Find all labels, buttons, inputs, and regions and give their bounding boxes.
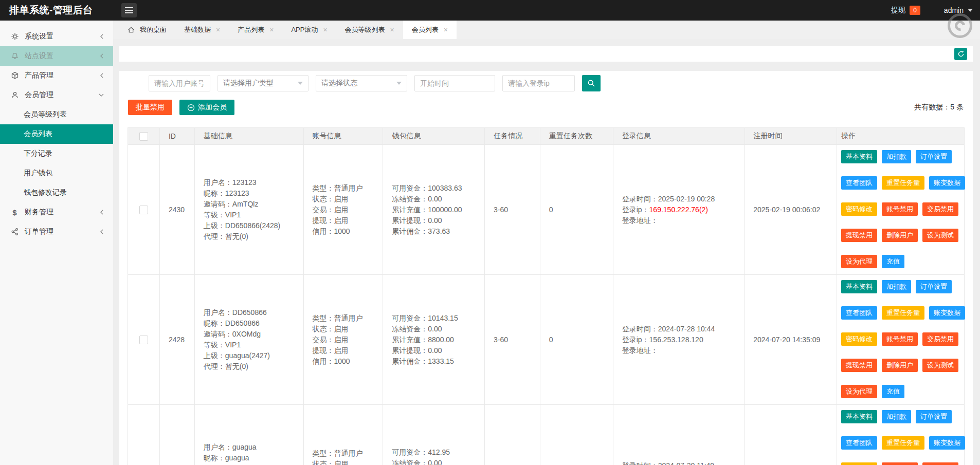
user-type-select[interactable]: 请选择用户类型 [217, 75, 308, 91]
tab-my-desktop[interactable]: 我的桌面 [119, 21, 175, 39]
change-password-button[interactable]: 密码修改 [841, 202, 877, 216]
cell-register-time: 2024-07-20 14:35:09 [745, 275, 837, 404]
disable-trade-button[interactable]: 交易禁用 [922, 202, 958, 216]
disable-withdraw-button[interactable]: 提现禁用 [841, 359, 877, 372]
column-register-time: 注册时间 [745, 128, 838, 144]
tab-label: APP滚动 [291, 25, 318, 34]
gear-icon [10, 32, 19, 41]
refresh-button[interactable] [954, 48, 967, 60]
batch-disable-button[interactable]: 批量禁用 [128, 100, 172, 115]
disable-account-button[interactable]: 账号禁用 [882, 202, 918, 216]
sidebar-subitem-label: 用户钱包 [24, 169, 52, 178]
add-deduct-button[interactable]: 加扣款 [882, 410, 911, 423]
disable-withdraw-button[interactable]: 提现禁用 [841, 229, 877, 242]
tab-member-level-list[interactable]: 会员等级列表× [336, 21, 403, 39]
account-input[interactable] [149, 75, 210, 91]
reset-task-button[interactable]: 重置任务量 [882, 176, 924, 190]
tab-member-list[interactable]: 会员列表× [403, 21, 457, 39]
filter-bar: 请选择用户类型 请选择状态 [119, 71, 973, 91]
sidebar-item-site-settings[interactable]: 站点设置 [0, 46, 113, 66]
sidebar-item-member-management[interactable]: 会员管理 [0, 85, 113, 105]
sidebar-item-user-wallet[interactable]: 用户钱包 [0, 163, 113, 183]
add-deduct-button[interactable]: 加扣款 [882, 150, 911, 163]
table-row: 2428 用户名：DD650866昵称：DD650866邀请码：0XOMdg等级… [128, 275, 965, 405]
orders-icon [10, 228, 19, 236]
sidebar-item-label: 系统设置 [25, 32, 53, 41]
user-icon [10, 91, 19, 100]
disable-account-button[interactable]: 账号禁用 [882, 462, 918, 465]
view-team-button[interactable]: 查看团队 [841, 436, 877, 450]
recharge-button[interactable]: 充值 [882, 255, 904, 268]
cell-actions: 基本资料 加扣款 订单设置 查看团队 重置任务量 账变数据 密码修改 账号禁用 … [841, 145, 965, 274]
close-icon[interactable]: × [216, 26, 220, 34]
home-icon [128, 26, 135, 33]
tab-label: 会员等级列表 [345, 25, 385, 34]
cell-basic-info: 用户名：guagua昵称：guagua邀请码：HO_PIV [204, 405, 259, 465]
withdraw-link[interactable]: 提现 [891, 6, 905, 15]
reset-task-button[interactable]: 重置任务量 [882, 306, 924, 320]
account-change-button[interactable]: 账变数据 [929, 176, 965, 190]
row-checkbox[interactable] [139, 336, 148, 344]
chevron-left-icon [99, 33, 105, 40]
add-member-button[interactable]: 添加会员 [179, 100, 234, 115]
cube-icon [10, 71, 19, 80]
recharge-button[interactable]: 充值 [882, 385, 904, 398]
sidebar-item-order-management[interactable]: 订单管理 [0, 222, 113, 241]
change-password-button[interactable]: 密码修改 [841, 332, 877, 346]
table-header: ID 基础信息 账号信息 钱包信息 任务情况 重置任务次数 登录信息 注册时间 … [128, 127, 965, 145]
basic-info-button[interactable]: 基本资料 [841, 280, 877, 293]
watermark-logo [948, 13, 972, 38]
order-settings-button[interactable]: 订单设置 [916, 410, 952, 423]
login-ip-input[interactable] [502, 75, 575, 91]
sidebar-item-member-level-list[interactable]: 会员等级列表 [0, 105, 113, 124]
status-select[interactable]: 请选择状态 [316, 75, 407, 91]
disable-account-button[interactable]: 账号禁用 [882, 332, 918, 346]
tab-basic-data[interactable]: 基础数据× [175, 21, 229, 39]
row-checkbox[interactable] [139, 206, 148, 214]
close-icon[interactable]: × [323, 26, 327, 34]
close-icon[interactable]: × [269, 26, 274, 34]
search-button[interactable] [582, 75, 601, 91]
reset-task-button[interactable]: 重置任务量 [882, 436, 924, 450]
basic-info-button[interactable]: 基本资料 [841, 410, 877, 423]
sidebar-item-finance-management[interactable]: $ 财务管理 [0, 202, 113, 222]
toolbar: 批量禁用 添加会员 共有数据：5 条 [128, 100, 964, 115]
disable-trade-button[interactable]: 交易禁用 [922, 332, 958, 346]
cell-login-info: 登录时间：2025-02-19 00:28 登录ip：169.150.222.7… [622, 145, 715, 274]
sidebar-item-system-settings[interactable]: 系统设置 [0, 27, 113, 46]
disable-trade-button[interactable]: 交易禁用 [922, 462, 958, 465]
table-row: 2430 用户名：123123昵称：123123邀请码：AmTQlz等级：VIP… [128, 145, 965, 275]
close-icon[interactable]: × [444, 26, 448, 34]
chevron-down-icon [968, 9, 973, 12]
sidebar-item-downscore-records[interactable]: 下分记录 [0, 144, 113, 163]
delete-user-button[interactable]: 删除用户 [882, 229, 918, 242]
cell-id [160, 405, 195, 465]
hamburger-menu-icon[interactable] [121, 3, 137, 17]
change-password-button[interactable]: 密码修改 [841, 462, 877, 465]
account-change-button[interactable]: 账变数据 [929, 306, 965, 320]
sidebar-item-wallet-change-records[interactable]: 钱包修改记录 [0, 183, 113, 202]
tab-app-scroll[interactable]: APP滚动× [282, 21, 336, 39]
delete-user-button[interactable]: 删除用户 [882, 359, 918, 372]
sidebar-item-product-management[interactable]: 产品管理 [0, 66, 113, 85]
sidebar-item-member-list[interactable]: 会员列表 [0, 124, 113, 144]
start-time-input[interactable] [414, 75, 495, 91]
select-all-checkbox[interactable] [139, 132, 148, 141]
basic-info-button[interactable]: 基本资料 [841, 150, 877, 163]
tab-product-list[interactable]: 产品列表× [229, 21, 282, 39]
cell-account-info: 类型：普通用户状态：启用交易：启用提现：启用信用：1000 [313, 275, 363, 404]
order-settings-button[interactable]: 订单设置 [916, 280, 952, 293]
account-change-button[interactable]: 账变数据 [929, 436, 965, 450]
close-icon[interactable]: × [390, 26, 394, 34]
set-test-button[interactable]: 设为测试 [922, 229, 958, 242]
view-team-button[interactable]: 查看团队 [841, 176, 877, 190]
set-test-button[interactable]: 设为测试 [922, 359, 958, 372]
tab-label: 产品列表 [238, 25, 264, 34]
order-settings-button[interactable]: 订单设置 [916, 150, 952, 163]
set-agent-button[interactable]: 设为代理 [841, 255, 877, 268]
view-team-button[interactable]: 查看团队 [841, 306, 877, 320]
select-placeholder: 请选择用户类型 [223, 79, 274, 88]
chevron-left-icon [99, 72, 105, 79]
add-deduct-button[interactable]: 加扣款 [882, 280, 911, 293]
set-agent-button[interactable]: 设为代理 [841, 385, 877, 398]
